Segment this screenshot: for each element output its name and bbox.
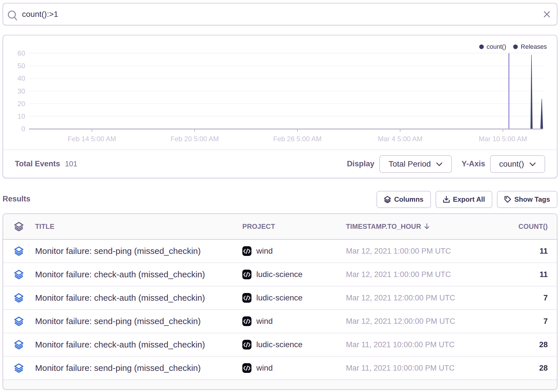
svg-text:50: 50	[17, 62, 25, 70]
svg-text:10: 10	[17, 112, 25, 120]
svg-text:Mar 10 5:00 AM: Mar 10 5:00 AM	[479, 135, 527, 143]
svg-text:Feb 26 5:00 AM: Feb 26 5:00 AM	[273, 135, 321, 143]
svg-text:Feb 20 5:00 AM: Feb 20 5:00 AM	[170, 135, 219, 143]
svg-text:20: 20	[17, 100, 25, 108]
svg-text:0: 0	[21, 125, 25, 133]
svg-text:Mar 4 5:00 AM: Mar 4 5:00 AM	[378, 135, 422, 143]
svg-text:Feb 14 5:00 AM: Feb 14 5:00 AM	[68, 135, 116, 143]
svg-text:60: 60	[17, 49, 25, 57]
svg-text:30: 30	[17, 87, 25, 95]
svg-text:40: 40	[17, 74, 25, 82]
